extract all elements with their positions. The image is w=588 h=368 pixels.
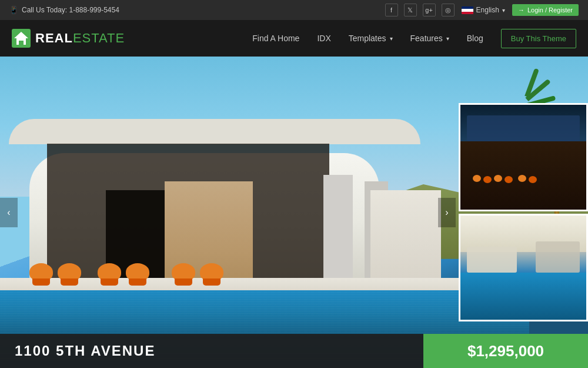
thumbnail-top-scene <box>460 105 586 209</box>
contact-info: 📱 Call Us Today: 1-888-999-5454 <box>9 6 119 14</box>
login-icon: → <box>518 6 524 14</box>
buy-theme-button[interactable]: Buy This Theme <box>501 29 576 48</box>
phone-text: Call Us Today: 1-888-999-5454 <box>22 6 119 14</box>
login-register-button[interactable]: → Login / Register <box>512 4 579 16</box>
chair-6 <box>200 263 223 281</box>
nav-idx[interactable]: IDX <box>317 34 330 43</box>
social-icons: f 𝕏 g+ ◎ <box>385 4 455 16</box>
templates-chevron-icon: ▾ <box>390 35 393 42</box>
chair-4 <box>126 263 149 281</box>
caption-title-area: 1100 5TH AVENUE <box>0 334 423 368</box>
furniture-group <box>29 263 223 281</box>
logo[interactable]: REALESTATE <box>12 29 125 48</box>
twitter-icon[interactable]: 𝕏 <box>404 4 417 16</box>
facebook-icon[interactable]: f <box>385 4 398 16</box>
nav-features-label: Features <box>410 34 443 43</box>
caption-bar: 1100 5TH AVENUE $1,295,000 <box>0 334 588 368</box>
thumbnail-top[interactable] <box>459 103 588 211</box>
lang-chevron-icon: ▾ <box>502 7 505 14</box>
thumbnail-bottom[interactable] <box>459 214 588 321</box>
carousel-next-button[interactable]: › <box>438 198 456 227</box>
house-roof <box>9 119 420 145</box>
property-price: $1,295,000 <box>467 342 544 360</box>
property-title: 1100 5TH AVENUE <box>15 343 155 359</box>
thumbnail-bottom-scene <box>460 216 586 320</box>
navbar: REALESTATE Find A Home IDX Templates ▾ F… <box>0 20 588 57</box>
nav-blog[interactable]: Blog <box>467 34 483 43</box>
login-label: Login / Register <box>527 6 573 14</box>
carousel-next-icon: › <box>445 207 448 218</box>
chair-3 <box>98 263 121 281</box>
nav-find-a-home-label: Find A Home <box>252 34 299 43</box>
google-plus-icon[interactable]: g+ <box>423 4 436 16</box>
top-bar-right: f 𝕏 g+ ◎ English ▾ → Login / Register <box>385 4 579 16</box>
carousel-prev-icon: ‹ <box>7 207 10 218</box>
hero-section: ‹ › 1100 5TH AVENUE $1,295,000 <box>0 57 588 368</box>
top-bar: 📱 Call Us Today: 1-888-999-5454 f 𝕏 g+ ◎… <box>0 0 588 20</box>
buy-theme-label: Buy This Theme <box>511 34 566 43</box>
logo-real: REAL <box>35 31 73 45</box>
features-chevron-icon: ▾ <box>446 35 449 42</box>
nav-templates-label: Templates <box>349 34 386 43</box>
logo-text: REALESTATE <box>35 31 125 46</box>
caption-price-area: $1,295,000 <box>423 334 588 368</box>
nav-features[interactable]: Features ▾ <box>410 34 449 43</box>
nav-templates[interactable]: Templates ▾ <box>349 34 393 43</box>
chair-2 <box>58 263 81 281</box>
chair-5 <box>172 263 195 281</box>
nav-idx-label: IDX <box>317 34 330 43</box>
logo-estate: ESTATE <box>73 31 125 45</box>
nav-menu: Find A Home IDX Templates ▾ Features ▾ B… <box>252 29 576 48</box>
nav-find-a-home[interactable]: Find A Home <box>252 34 299 43</box>
thumbnail-panel <box>459 103 588 321</box>
nav-blog-label: Blog <box>467 34 483 43</box>
logo-house-icon <box>12 29 31 48</box>
instagram-icon[interactable]: ◎ <box>442 4 455 16</box>
flag-icon <box>462 6 473 14</box>
carousel-prev-button[interactable]: ‹ <box>0 198 18 227</box>
language-label: English <box>476 6 499 14</box>
language-selector[interactable]: English ▾ <box>462 6 505 14</box>
phone-icon: 📱 <box>9 6 18 14</box>
chair-1 <box>29 263 53 281</box>
